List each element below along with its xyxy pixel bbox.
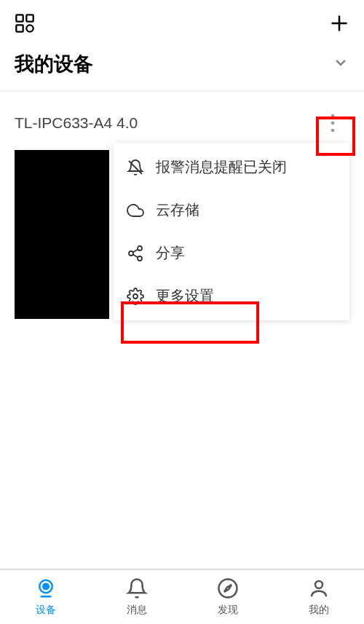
device-name: TL-IPC633-A4 4.0 xyxy=(15,114,138,132)
svg-point-7 xyxy=(331,122,335,125)
nav-item-discover[interactable]: 发现 xyxy=(182,570,273,624)
svg-point-8 xyxy=(331,129,335,133)
svg-point-19 xyxy=(218,580,237,598)
svg-point-6 xyxy=(331,114,335,118)
bottom-nav: 设备 消息 发现 我的 xyxy=(0,569,364,624)
bell-icon xyxy=(126,577,148,602)
menu-item-more-settings[interactable]: 更多设置 xyxy=(114,275,349,317)
nav-item-label: 设备 xyxy=(36,604,56,617)
svg-point-21 xyxy=(315,581,323,588)
svg-point-3 xyxy=(26,25,33,31)
svg-rect-1 xyxy=(26,15,33,21)
svg-point-15 xyxy=(133,294,138,299)
menu-item-label: 分享 xyxy=(156,243,185,263)
menu-item-label: 更多设置 xyxy=(156,286,214,306)
bell-off-icon xyxy=(127,159,144,176)
gear-icon xyxy=(127,288,144,305)
svg-point-17 xyxy=(43,584,49,590)
user-icon xyxy=(308,577,330,602)
device-more-button[interactable] xyxy=(316,106,349,140)
menu-item-share[interactable]: 分享 xyxy=(114,232,349,275)
svg-line-13 xyxy=(133,249,138,252)
menu-item-label: 报警消息提醒已关闭 xyxy=(156,157,287,177)
svg-rect-0 xyxy=(16,15,23,21)
svg-point-10 xyxy=(138,246,142,250)
menu-item-alarm-off[interactable]: 报警消息提醒已关闭 xyxy=(114,146,349,189)
nav-item-label: 我的 xyxy=(309,604,329,617)
nav-item-mine[interactable]: 我的 xyxy=(273,570,364,624)
svg-point-11 xyxy=(129,251,133,256)
svg-line-14 xyxy=(133,254,138,257)
menu-item-cloud-storage[interactable]: 云存储 xyxy=(114,189,349,232)
share-icon xyxy=(127,245,144,262)
svg-marker-20 xyxy=(224,585,232,592)
grid-view-icon[interactable] xyxy=(15,13,35,36)
svg-rect-2 xyxy=(16,25,23,31)
camera-preview[interactable] xyxy=(15,150,109,319)
device-context-menu: 报警消息提醒已关闭 云存储 分享 xyxy=(114,143,349,320)
add-device-icon[interactable] xyxy=(329,13,349,36)
camera-icon xyxy=(35,577,57,602)
nav-item-label: 发现 xyxy=(218,604,238,617)
nav-item-label: 消息 xyxy=(127,604,147,617)
cloud-icon xyxy=(127,202,144,219)
svg-point-12 xyxy=(138,256,142,261)
nav-item-messages[interactable]: 消息 xyxy=(91,570,182,624)
page-title: 我的设备 xyxy=(15,51,93,77)
nav-item-devices[interactable]: 设备 xyxy=(0,570,91,624)
menu-item-label: 云存储 xyxy=(156,200,199,220)
compass-icon xyxy=(217,577,239,602)
chevron-down-icon[interactable] xyxy=(332,54,349,74)
